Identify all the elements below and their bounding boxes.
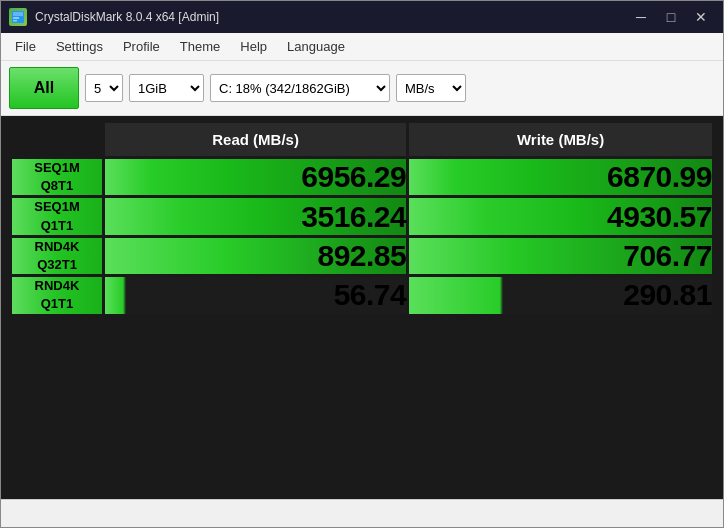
row1-write-value: 6870.99 xyxy=(409,159,712,195)
menu-settings[interactable]: Settings xyxy=(46,35,113,58)
maximize-button[interactable]: □ xyxy=(657,7,685,27)
svg-rect-1 xyxy=(13,12,23,16)
menu-language[interactable]: Language xyxy=(277,35,355,58)
drive-select[interactable]: C: 18% (342/1862GiB) xyxy=(210,74,390,102)
row3-write-value: 706.77 xyxy=(409,238,712,274)
row2-read-value: 3516.24 xyxy=(105,198,406,234)
svg-rect-2 xyxy=(13,17,19,19)
toolbar: All 5 1 3 9 1GiB 512MiB 256MiB 2GiB 4GiB… xyxy=(1,61,723,116)
runs-select[interactable]: 5 1 3 9 xyxy=(85,74,123,102)
menu-help[interactable]: Help xyxy=(230,35,277,58)
close-button[interactable]: ✕ xyxy=(687,7,715,27)
col-read-header: Read (MB/s) xyxy=(105,123,406,156)
row4-label: RND4K Q1T1 xyxy=(12,277,102,313)
app-window: CrystalDiskMark 8.0.4 x64 [Admin] ─ □ ✕ … xyxy=(0,0,724,528)
all-button[interactable]: All xyxy=(9,67,79,109)
table-row: SEQ1M Q1T1 3516.24 4930.57 xyxy=(12,198,712,234)
menubar: File Settings Profile Theme Help Languag… xyxy=(1,33,723,61)
row1-read-value: 6956.29 xyxy=(105,159,406,195)
row3-label: RND4K Q32T1 xyxy=(12,238,102,274)
svg-rect-3 xyxy=(13,20,17,22)
menu-theme[interactable]: Theme xyxy=(170,35,230,58)
row4-write-value: 290.81 xyxy=(409,277,712,313)
row4-read-value: 56.74 xyxy=(105,277,406,313)
titlebar-title: CrystalDiskMark 8.0.4 x64 [Admin] xyxy=(35,10,219,24)
col-write-header: Write (MB/s) xyxy=(409,123,712,156)
size-select[interactable]: 1GiB 512MiB 256MiB 2GiB 4GiB xyxy=(129,74,204,102)
row2-write-value: 4930.57 xyxy=(409,198,712,234)
footer xyxy=(1,499,723,527)
content-area: Read (MB/s) Write (MB/s) SEQ1M Q8T1 6956… xyxy=(1,116,723,499)
table-row: RND4K Q1T1 56.74 290.81 xyxy=(12,277,712,313)
menu-profile[interactable]: Profile xyxy=(113,35,170,58)
minimize-button[interactable]: ─ xyxy=(627,7,655,27)
titlebar-controls: ─ □ ✕ xyxy=(627,7,715,27)
titlebar: CrystalDiskMark 8.0.4 x64 [Admin] ─ □ ✕ xyxy=(1,1,723,33)
row2-label: SEQ1M Q1T1 xyxy=(12,198,102,234)
row3-read-value: 892.85 xyxy=(105,238,406,274)
table-row: RND4K Q32T1 892.85 706.77 xyxy=(12,238,712,274)
unit-select[interactable]: MB/s GB/s IOPS μs xyxy=(396,74,466,102)
app-icon xyxy=(9,8,27,26)
benchmark-table: Read (MB/s) Write (MB/s) SEQ1M Q8T1 6956… xyxy=(9,120,715,317)
row1-label: SEQ1M Q8T1 xyxy=(12,159,102,195)
titlebar-left: CrystalDiskMark 8.0.4 x64 [Admin] xyxy=(9,8,219,26)
menu-file[interactable]: File xyxy=(5,35,46,58)
table-row: SEQ1M Q8T1 6956.29 6870.99 xyxy=(12,159,712,195)
